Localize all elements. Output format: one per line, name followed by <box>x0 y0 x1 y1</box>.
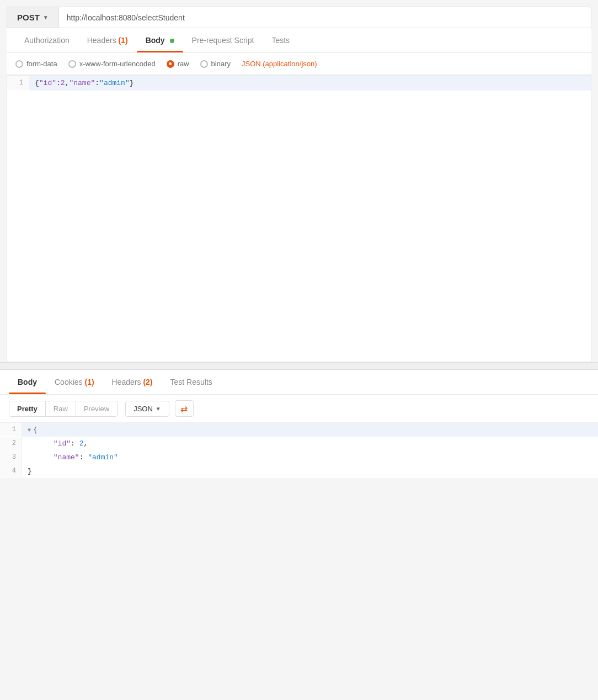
value-id: 2 <box>61 79 65 87</box>
resp-line-content-4: } <box>22 464 598 478</box>
method-chevron-icon: ▼ <box>43 14 49 20</box>
resp-line-content-1: ▼{ <box>22 423 598 437</box>
response-toolbar: Pretty Raw Preview JSON ▼ ⇄ <box>0 395 598 423</box>
body-options-row: form-data x-www-form-urlencoded raw bina… <box>7 53 591 75</box>
json-dropdown-label: JSON <box>134 405 153 413</box>
tab-body[interactable]: Body <box>137 28 183 52</box>
format-raw-button[interactable]: Raw <box>46 401 76 416</box>
radio-binary[interactable]: binary <box>200 60 231 68</box>
tab-authorization[interactable]: Authorization <box>15 28 78 52</box>
resp-line-content-2: "id": 2, <box>22 437 598 450</box>
resp-tab-headers[interactable]: Headers (2) <box>103 370 162 394</box>
method-label: POST <box>17 13 40 22</box>
resp-line-4: 4 } <box>0 464 598 478</box>
line-content-1: {"id":2,"name":"admin"} <box>29 76 591 91</box>
wrap-icon: ⇄ <box>180 404 188 414</box>
radio-raw[interactable]: raw <box>167 60 189 68</box>
close-brace: } <box>130 79 134 87</box>
cookies-badge: (1) <box>84 378 94 386</box>
radio-circle-form-data <box>15 60 23 68</box>
tab-pre-request-script[interactable]: Pre-request Script <box>183 28 263 52</box>
resp-line-2: 2 "id": 2, <box>0 437 598 450</box>
radio-circle-raw <box>167 60 174 68</box>
tab-headers[interactable]: Headers (1) <box>78 28 137 52</box>
resp-line-content-3: "name": "admin" <box>22 450 598 464</box>
line-number-1: 1 <box>7 76 29 90</box>
resp-tab-cookies[interactable]: Cookies (1) <box>46 370 103 394</box>
format-btn-group: Pretty Raw Preview <box>9 401 118 417</box>
code-line-1: 1 {"id":2,"name":"admin"} <box>7 76 591 91</box>
wrap-button[interactable]: ⇄ <box>175 400 194 417</box>
resp-tab-test-results[interactable]: Test Results <box>162 370 221 394</box>
headers-badge: (1) <box>119 36 128 45</box>
key-id: "id" <box>39 79 56 87</box>
json-type-label[interactable]: JSON (application/json) <box>242 60 317 68</box>
url-display[interactable]: http://localhost:8080/selectStudent <box>59 8 591 28</box>
resp-line-num-3: 3 <box>0 450 22 464</box>
resp-tab-body[interactable]: Body <box>9 370 46 394</box>
value-name: "admin" <box>99 79 130 87</box>
body-dot-icon <box>170 39 174 43</box>
format-preview-button[interactable]: Preview <box>76 401 117 416</box>
key-name: "name" <box>69 79 95 87</box>
request-body-editor[interactable]: 1 {"id":2,"name":"admin"} <box>7 75 591 362</box>
radio-circle-binary <box>200 60 208 68</box>
request-tabs: Authorization Headers (1) Body Pre-reque… <box>7 28 591 53</box>
section-separator <box>0 362 598 370</box>
fold-arrow-icon[interactable]: ▼ <box>28 427 31 433</box>
request-bar: POST ▼ http://localhost:8080/selectStude… <box>7 7 591 28</box>
resp-line-num-1: 1 <box>0 423 22 436</box>
radio-x-www-form-urlencoded[interactable]: x-www-form-urlencoded <box>68 60 156 68</box>
json-type-dropdown[interactable]: JSON ▼ <box>125 401 169 417</box>
radio-circle-urlencoded <box>68 60 76 68</box>
radio-form-data[interactable]: form-data <box>15 60 57 68</box>
open-brace: { <box>35 79 39 87</box>
resp-headers-badge: (2) <box>143 378 152 386</box>
resp-line-1: 1 ▼{ <box>0 423 598 437</box>
resp-line-3: 3 "name": "admin" <box>0 450 598 464</box>
response-code-area: 1 ▼{ 2 "id": 2, 3 "name": "admin" 4 } <box>0 423 598 478</box>
resp-line-num-4: 4 <box>0 464 22 478</box>
format-pretty-button[interactable]: Pretty <box>9 401 46 416</box>
json-dropdown-chevron-icon: ▼ <box>156 406 161 412</box>
response-tabs: Body Cookies (1) Headers (2) Test Result… <box>0 370 598 395</box>
method-button[interactable]: POST ▼ <box>7 7 59 28</box>
tab-tests[interactable]: Tests <box>263 28 298 52</box>
resp-line-num-2: 2 <box>0 437 22 450</box>
